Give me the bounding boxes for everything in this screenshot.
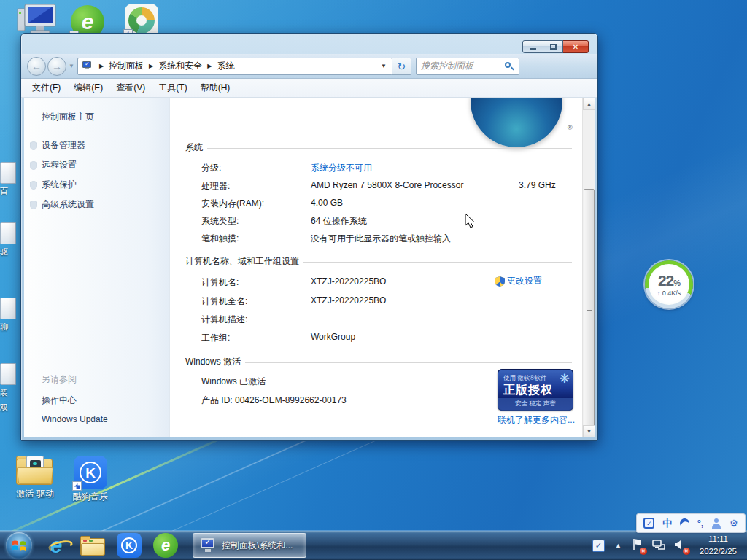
upload-speed: ↑ 0.4K/s [657,289,681,297]
rating-link[interactable]: 系统分级不可用 [311,162,372,174]
breadcrumb-item-control-panel[interactable]: 控制面板 [109,60,144,72]
minimize-button[interactable] [522,40,543,53]
kugou-music-icon: K [117,533,142,558]
active-window-title: 控制面板\系统和... [222,540,293,552]
sidebar-item-device-manager[interactable]: 设备管理器 [24,136,169,155]
ime-user-icon[interactable] [711,518,721,529]
action-center-flag-icon[interactable]: ✕ [632,538,643,553]
desktop-icon-partial[interactable]: 驱 [0,222,18,257]
desktop-icon-computer[interactable] [16,3,58,36]
memory-label: 安装内存(RAM): [201,198,264,210]
folder-icon [16,456,54,486]
search-input[interactable]: 搜索控制面板 [421,60,504,72]
taskbar-icon-kugou[interactable]: K [115,532,143,559]
ime-punctuation-toggle[interactable]: °, [697,518,704,528]
section-header-activation: Windows 激活 [185,356,572,368]
volume-muted-icon[interactable]: ✕ [674,539,686,553]
forward-icon: → [52,61,62,72]
change-settings-link[interactable]: 更改设置 [495,275,542,287]
taskbar-active-window-button[interactable]: ✓ 控制面板\系统和... [193,533,306,558]
search-icon[interactable] [504,61,514,71]
learn-more-online-link[interactable]: 联机了解更多内容... [498,414,575,427]
genuine-badge[interactable]: 使用 微软®软件 ❋ 正版授权 安全 稳定 声誉 [498,369,573,411]
ime-toolbar[interactable]: ✓ 中 °, ⚙ [636,513,746,533]
scroll-up-icon[interactable]: ▲ [583,98,595,110]
sidebar-item-system-protection[interactable]: 系统保护 [24,176,169,194]
network-icon[interactable] [652,539,665,553]
uac-shield-icon [495,276,505,287]
sidebar-item-remote-settings[interactable]: 远程设置 [24,156,169,174]
forward-button[interactable]: → [47,57,66,76]
star-icon: ❋ [560,371,570,386]
ime-status-icon[interactable]: ✓ [643,518,654,529]
sidebar-item-windows-update[interactable]: Windows Update [24,411,169,427]
breadcrumb[interactable]: ✓ ▶ 控制面板 ▶ 系统和安全 ▶ 系统 ▼ [77,58,392,75]
computer-fullname-value: XTZJ-20220225BO [311,295,386,306]
taskbar: e K e ✓ 控制面板\系统和... ✓ ▲ ✕ ✕ [0,531,747,560]
scrollbar-thumb[interactable] [584,189,595,427]
sidebar: 控制面板主页 设备管理器 远程设置 系统保护 高级系统设置 另请参阅 操作中心 … [24,98,170,438]
system-window: ✕ ← → ▼ ✓ ▶ 控制面板 ▶ 系统和安全 ▶ 系统 ▼ ↻ 搜索控制面板… [20,33,598,441]
sidebar-item-control-panel-home[interactable]: 控制面板主页 [24,109,169,125]
kugou-music-icon: K [74,456,107,489]
desktop-icon-partial[interactable]: 百 [0,162,18,197]
breadcrumb-item-system[interactable]: 系统 [217,60,234,72]
folder-icon [80,536,105,556]
desktop-icon-label: 酷狗音乐 [64,491,117,503]
menu-tools[interactable]: 工具(T) [152,79,193,96]
vertical-scrollbar[interactable]: ▲ ▼ [582,98,595,438]
speed-widget[interactable]: 22% ↑ 0.4K/s [645,260,693,308]
sidebar-item-action-center[interactable]: 操作中心 [24,392,169,410]
ime-fullwidth-moon-icon[interactable] [679,518,690,529]
menu-file[interactable]: 文件(F) [26,79,67,96]
internet-explorer-icon: e [50,534,63,556]
system-window-icon: ✓ [199,538,217,553]
desktop-icon-kugou[interactable]: K 酷狗音乐 [64,456,117,503]
tray-360-icon[interactable]: ✓ [592,540,605,552]
computer-description-label: 计算机描述: [201,314,247,326]
menu-edit[interactable]: 编辑(E) [67,79,109,96]
workgroup-value: WorkGroup [311,332,355,342]
start-button[interactable] [6,532,32,559]
taskbar-icon-internet-explorer[interactable]: e [42,532,70,559]
refresh-button[interactable]: ↻ [392,58,411,75]
genuine-badge-line2: 正版授权 [503,383,553,398]
breadcrumb-arrow-icon: ▶ [99,63,104,69]
show-hidden-icons[interactable]: ▲ [615,542,622,549]
ime-chinese-mode[interactable]: 中 [662,518,672,528]
taskbar-clock[interactable]: 11:11 2022/2/25 [695,533,741,557]
breadcrumb-item-system-security[interactable]: 系统和安全 [158,60,202,72]
sidebar-item-advanced-system-settings[interactable]: 高级系统设置 [24,195,169,214]
minimize-icon [530,48,536,50]
menu-view[interactable]: 查看(V) [109,79,152,96]
breadcrumb-arrow-icon: ▶ [149,63,153,69]
shield-icon [30,201,37,209]
search-box[interactable]: 搜索控制面板 [416,58,519,75]
mouse-cursor [465,213,476,231]
taskbar-icon-explorer[interactable] [79,532,107,559]
scroll-down-icon[interactable]: ▼ [583,425,595,438]
computer-icon [16,3,58,36]
desktop-icon-partial[interactable]: 装 双 [0,363,18,413]
title-bar[interactable]: ✕ [21,34,597,54]
breadcrumb-arrow-icon: ▶ [207,63,212,69]
registered-mark: ® [568,124,573,131]
computer-name-label: 计算机名: [201,276,239,289]
menu-help[interactable]: 帮助(H) [194,79,237,96]
taskbar-icon-360-browser[interactable]: e [152,532,179,559]
back-button[interactable]: ← [27,57,46,76]
recent-pages-dropdown[interactable]: ▼ [69,63,74,69]
up-arrow-icon: ↑ [657,289,661,297]
system-page-icon: ✓ [81,61,93,71]
sidebar-see-also-header: 另请参阅 [24,370,169,389]
maximize-icon [550,44,557,50]
ime-settings-gear-icon[interactable]: ⚙ [729,518,738,528]
close-button[interactable]: ✕ [563,40,589,53]
pen-touch-value: 没有可用于此显示器的笔或触控输入 [311,233,451,245]
breadcrumb-dropdown-icon[interactable]: ▼ [379,63,389,69]
desktop-icon-driver-folder[interactable]: 激活-驱动 [9,456,61,500]
error-badge-icon: ✕ [640,548,647,555]
desktop-icon-partial[interactable]: 聊 [0,298,18,332]
maximize-button[interactable] [543,40,563,53]
clock-time: 11:11 [700,533,737,545]
